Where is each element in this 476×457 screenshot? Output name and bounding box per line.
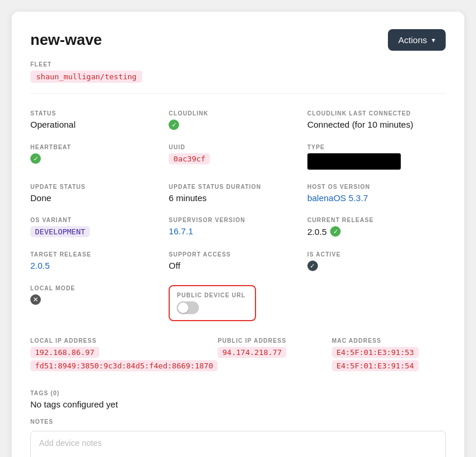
public-device-url-cell: PUBLIC DEVICE URL — [169, 279, 307, 329]
status-value: Operational — [30, 119, 169, 129]
type-redacted — [307, 153, 401, 170]
row-4: OS VARIANT DEVELOPMENT SUPERVISOR VERSIO… — [30, 211, 446, 245]
current-release-label: CURRENT RELEASE — [307, 217, 446, 223]
heartbeat-label: HEARTBEAT — [30, 144, 169, 150]
local-ip-values: 192.168.86.97 fd51:8949:3850:9c3d:84d5:f… — [30, 347, 218, 374]
row-3: UPDATE STATUS Done UPDATE STATUS DURATIO… — [30, 178, 446, 211]
local-mode-value: ✕ — [30, 294, 169, 305]
cloudlink-last-value: Connected (for 10 minutes) — [307, 119, 446, 129]
mac-address-values: E4:5F:01:E3:91:53 E4:5F:01:E3:91:54 — [332, 347, 446, 374]
update-duration-label: UPDATE STATUS DURATION — [169, 184, 307, 190]
toggle-knob — [178, 303, 188, 313]
type-cell: TYPE — [307, 138, 446, 178]
mac-address-cell: MAC ADDRESS E4:5F:01:E3:91:53 E4:5F:01:E… — [332, 332, 446, 382]
heartbeat-check-icon: ✓ — [30, 153, 41, 164]
public-ip-badge[interactable]: 94.174.218.77 — [218, 347, 286, 358]
row-2: HEARTBEAT ✓ UUID 0ac39cf TYPE — [30, 138, 446, 178]
tags-value: No tags configured yet — [30, 399, 446, 409]
row-6: LOCAL MODE ✕ PUBLIC DEVICE URL — [30, 279, 446, 329]
uuid-value: 0ac39cf — [169, 153, 307, 164]
type-value — [307, 153, 446, 170]
os-variant-label: OS VARIANT — [30, 217, 169, 223]
supervisor-cell: SUPERVISOR VERSION 16.7.1 — [169, 211, 307, 245]
fleet-section: FLEET shaun_mulligan/testing — [30, 61, 446, 93]
uuid-label: UUID — [169, 144, 307, 150]
local-ip-badge-1[interactable]: 192.168.86.97 — [30, 347, 99, 358]
addresses-row: LOCAL IP ADDRESS 192.168.86.97 fd51:8949… — [30, 332, 446, 382]
supervisor-label: SUPERVISOR VERSION — [169, 217, 307, 223]
cloudlink-cell: CLOUDLINK ✓ — [169, 104, 307, 138]
cloudlink-last-label: CLOUDLINK LAST CONNECTED — [307, 110, 446, 117]
device-card: new-wave Actions ▾ FLEET shaun_mulligan/… — [12, 12, 464, 457]
mac-badge-2[interactable]: E4:5F:01:E3:91:54 — [332, 360, 419, 371]
public-ip-cell: PUBLIC IP ADDRESS 94.174.218.77 — [218, 332, 331, 382]
os-variant-badge[interactable]: DEVELOPMENT — [30, 226, 90, 237]
public-ip-label: PUBLIC IP ADDRESS — [218, 338, 331, 344]
update-status-cell: UPDATE STATUS Done — [30, 178, 169, 211]
local-mode-x-icon: ✕ — [30, 294, 41, 305]
local-ip-cell: LOCAL IP ADDRESS 192.168.86.97 fd51:8949… — [30, 332, 218, 382]
divider — [30, 93, 446, 94]
host-os-cell: HOST OS VERSION balenaOS 5.3.7 — [307, 178, 446, 211]
public-device-url-box: PUBLIC DEVICE URL — [169, 285, 256, 321]
support-access-label: SUPPORT ACCESS — [169, 251, 307, 258]
local-mode-cell: LOCAL MODE ✕ — [30, 279, 169, 329]
update-duration-value: 6 minutes — [169, 193, 307, 203]
is-active-value: ✓ — [307, 261, 446, 271]
cloudlink-label: CLOUDLINK — [169, 110, 307, 117]
update-status-label: UPDATE STATUS — [30, 184, 169, 190]
status-label: STATUS — [30, 110, 169, 117]
notes-section: NOTES — [30, 419, 446, 457]
current-release-check-icon: ✓ — [330, 226, 341, 237]
support-access-cell: SUPPORT ACCESS Off — [169, 245, 307, 279]
support-access-value: Off — [169, 261, 307, 270]
type-label: TYPE — [307, 144, 446, 150]
current-release-value: 2.0.5 ✓ — [307, 226, 446, 237]
public-device-url-toggle[interactable] — [177, 301, 199, 314]
is-active-check-icon: ✓ — [307, 261, 318, 271]
page-header: new-wave Actions ▾ — [30, 29, 446, 51]
mac-badge-1[interactable]: E4:5F:01:E3:91:53 — [332, 347, 419, 358]
chevron-down-icon: ▾ — [432, 36, 435, 44]
cloudlink-check-icon: ✓ — [169, 119, 179, 130]
target-release-value[interactable]: 2.0.5 — [30, 261, 169, 270]
update-status-value: Done — [30, 193, 169, 203]
is-active-label: IS ACTIVE — [307, 251, 446, 258]
current-release-cell: CURRENT RELEASE 2.0.5 ✓ — [307, 211, 446, 245]
host-os-label: HOST OS VERSION — [307, 184, 446, 190]
heartbeat-cell: HEARTBEAT ✓ — [30, 138, 169, 178]
fleet-label: FLEET — [30, 61, 446, 68]
is-active-cell: IS ACTIVE ✓ — [307, 245, 446, 279]
update-duration-cell: UPDATE STATUS DURATION 6 minutes — [169, 178, 307, 211]
host-os-value[interactable]: balenaOS 5.3.7 — [307, 193, 446, 203]
target-release-cell: TARGET RELEASE 2.0.5 — [30, 245, 169, 279]
public-device-url-toggle-wrap — [177, 301, 246, 314]
supervisor-value[interactable]: 16.7.1 — [169, 226, 307, 236]
row-6-empty — [307, 279, 446, 329]
row-1: STATUS Operational CLOUDLINK ✓ CLOUDLINK… — [30, 104, 446, 138]
uuid-cell: UUID 0ac39cf — [169, 138, 307, 178]
tags-label: TAGS (0) — [30, 390, 446, 396]
notes-textarea[interactable] — [30, 431, 446, 457]
cloudlink-value: ✓ — [169, 119, 307, 130]
os-variant-value: DEVELOPMENT — [30, 226, 169, 237]
actions-button[interactable]: Actions ▾ — [388, 29, 446, 51]
mac-address-label: MAC ADDRESS — [332, 338, 446, 344]
local-ip-badge-2[interactable]: fd51:8949:3850:9c3d:84d5:f4ed:8669:1870 — [30, 360, 218, 371]
public-device-url-label: PUBLIC DEVICE URL — [177, 292, 246, 298]
row-5: TARGET RELEASE 2.0.5 SUPPORT ACCESS Off … — [30, 245, 446, 279]
heartbeat-value: ✓ — [30, 153, 169, 164]
target-release-label: TARGET RELEASE — [30, 251, 169, 258]
actions-label: Actions — [398, 35, 427, 45]
current-release-link[interactable]: 2.0.5 — [307, 227, 327, 237]
notes-label: NOTES — [30, 419, 446, 425]
fleet-badge[interactable]: shaun_mulligan/testing — [30, 71, 142, 83]
status-cell: STATUS Operational — [30, 104, 169, 138]
local-ip-label: LOCAL IP ADDRESS — [30, 338, 218, 344]
os-variant-cell: OS VARIANT DEVELOPMENT — [30, 211, 169, 245]
local-mode-label: LOCAL MODE — [30, 285, 169, 291]
device-title: new-wave — [30, 31, 102, 49]
cloudlink-last-cell: CLOUDLINK LAST CONNECTED Connected (for … — [307, 104, 446, 138]
tags-section: TAGS (0) No tags configured yet — [30, 390, 446, 409]
uuid-badge[interactable]: 0ac39cf — [169, 153, 210, 164]
